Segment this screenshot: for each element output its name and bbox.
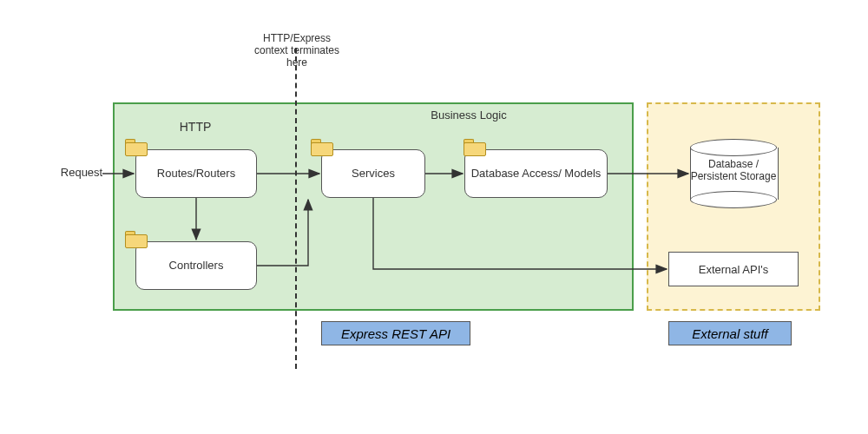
node-services: Services — [321, 149, 425, 198]
request-source-label: Request — [56, 167, 108, 180]
region-label-api: Express REST API — [321, 321, 470, 345]
divider-note-label: HTTP/Express context terminates here — [245, 33, 349, 69]
node-database-label: Database / Persistent Storage — [690, 158, 777, 183]
architecture-diagram: HTTP/Express context terminates here HTT… — [0, 0, 868, 434]
business-logic-section-label: Business Logic — [430, 109, 508, 122]
node-database-access: Database Access/ Models — [464, 149, 608, 198]
http-context-divider — [295, 48, 297, 369]
node-controllers-label: Controllers — [169, 259, 224, 273]
folder-icon — [311, 139, 332, 155]
http-section-label: HTTP — [161, 120, 230, 134]
folder-icon — [464, 139, 484, 155]
node-external-apis: External API's — [668, 252, 799, 286]
region-label-external-text: External stuff — [692, 326, 768, 341]
node-external-apis-label: External API's — [699, 263, 769, 276]
folder-icon — [125, 139, 146, 155]
node-database-access-label: Database Access/ Models — [471, 167, 602, 181]
region-label-api-text: Express REST API — [341, 326, 450, 341]
region-label-external: External stuff — [668, 321, 792, 345]
node-services-label: Services — [352, 167, 395, 181]
folder-icon — [125, 231, 146, 247]
node-routes: Routes/Routers — [135, 149, 257, 198]
node-controllers: Controllers — [135, 241, 257, 290]
node-database: Database / Persistent Storage — [690, 139, 777, 208]
node-routes-label: Routes/Routers — [157, 167, 235, 181]
